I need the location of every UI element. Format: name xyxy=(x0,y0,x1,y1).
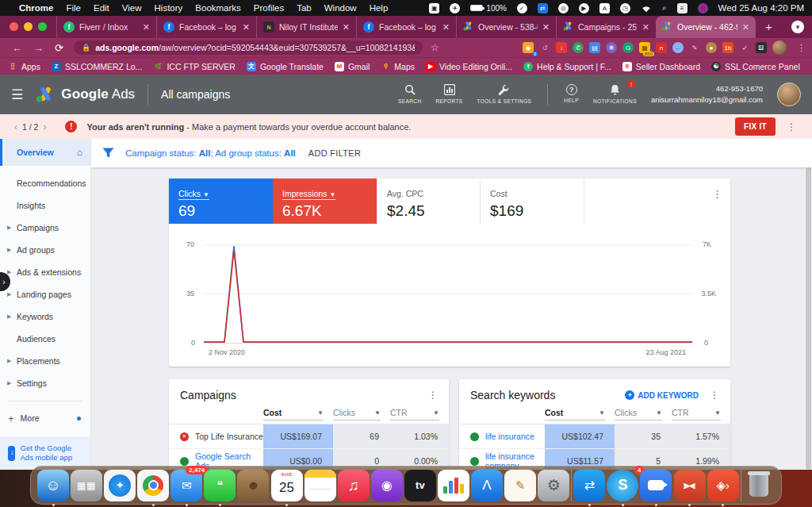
shield-icon[interactable]: ✈ xyxy=(450,3,460,13)
tab-facebook-2[interactable]: f Facebook – log in o ✕ xyxy=(356,16,456,38)
sidebar-more-button[interactable]: + More xyxy=(0,408,90,428)
chrome-menu-icon[interactable]: ⋮ xyxy=(797,43,806,53)
reload-icon[interactable]: ⟳ xyxy=(55,42,63,54)
bookmark-video-editing[interactable]: ▶Video Editing Onli... xyxy=(426,62,512,71)
play-icon[interactable]: ▶ xyxy=(579,3,589,13)
metric-impressions[interactable]: Impressions ▼ 6.67K xyxy=(273,179,377,224)
dock-zoom-icon[interactable] xyxy=(640,470,672,501)
column-cost[interactable]: Cost▼ xyxy=(545,408,605,421)
extension-icon[interactable]: ◆3 xyxy=(523,42,534,53)
dock-mail-icon[interactable]: ✉2,474 xyxy=(170,470,202,501)
column-ctr[interactable]: CTR▼ xyxy=(390,408,439,421)
bookmark-gmail[interactable]: MGmail xyxy=(335,62,370,71)
grammarly-icon[interactable]: G xyxy=(622,42,634,53)
wifi-icon[interactable] xyxy=(641,4,652,13)
sidebar-item-recommendations[interactable]: Recommendations xyxy=(0,172,90,194)
menu-help[interactable]: Help xyxy=(370,3,389,13)
dock-textedit-icon[interactable]: ✎ xyxy=(504,470,536,501)
tab-fiverr[interactable]: f Fiverr / Inbox ✕ xyxy=(56,16,156,38)
adobe-cc-icon[interactable]: ◎ xyxy=(558,3,569,13)
screen-record-icon[interactable]: ▣ xyxy=(429,3,439,13)
dock-contacts-icon[interactable]: ☻ xyxy=(237,470,269,501)
dock-finder-icon[interactable]: ☺ xyxy=(37,470,69,501)
teamviewer-icon[interactable]: ⇄ xyxy=(538,3,548,13)
back-icon[interactable]: ← xyxy=(12,42,22,54)
menu-view[interactable]: View xyxy=(122,3,142,13)
help-nav-button[interactable]: ? HELP xyxy=(564,84,579,104)
new-tab-button[interactable]: + xyxy=(756,20,782,38)
add-keyword-button[interactable]: +ADD KEYWORD xyxy=(625,390,699,400)
bookmark-sslcommerz[interactable]: ZSSLCOMMERZ Lo... xyxy=(52,62,142,71)
dock-skype-icon[interactable]: S4 xyxy=(607,470,638,501)
menu-tab[interactable]: Tab xyxy=(297,3,312,13)
campaigns-card-menu-icon[interactable]: ⋮ xyxy=(428,390,438,401)
sidebar-item-ad-groups[interactable]: ▶Ad groups xyxy=(0,239,90,261)
close-tab-icon[interactable]: ✕ xyxy=(442,22,450,33)
display-icon[interactable]: ≡ xyxy=(677,3,688,13)
close-window-button[interactable] xyxy=(10,22,18,31)
hamburger-menu-icon[interactable]: ☰ xyxy=(11,86,23,103)
tab-niloy-it[interactable]: N Niloy IT Institute | Y ✕ xyxy=(256,16,356,38)
arrow-extension-icon[interactable]: ← xyxy=(672,42,684,53)
fix-it-button[interactable]: FIX IT xyxy=(735,117,776,136)
search-nav-button[interactable]: SEARCH xyxy=(398,83,422,105)
notifications-nav-button[interactable]: ! NOTIFICATIONS xyxy=(593,83,637,105)
sidebar-item-settings[interactable]: ▶Settings xyxy=(0,372,90,394)
minimize-window-button[interactable] xyxy=(24,22,33,31)
siri-icon[interactable] xyxy=(698,3,708,13)
bookmark-google-translate[interactable]: 文Google Translate xyxy=(247,62,324,71)
dock-numbers-icon[interactable] xyxy=(438,470,469,501)
dock-messages-icon[interactable]: ❝ xyxy=(204,470,236,501)
bookmark-apps[interactable]: ⣿Apps xyxy=(8,62,40,71)
google-ads-logo[interactable]: Google Ads xyxy=(36,86,135,103)
forward-icon[interactable]: → xyxy=(33,42,44,54)
close-tab-icon[interactable]: ✕ xyxy=(343,22,350,33)
bookmark-maps[interactable]: ⚲Maps xyxy=(381,62,415,71)
1b-extension-icon[interactable]: 1b xyxy=(722,42,733,53)
dock-teamviewer-icon[interactable]: ⇄ xyxy=(573,470,605,501)
menu-clock[interactable]: Wed 25 Aug 4:20 PM xyxy=(718,3,804,13)
dock-system-preferences-icon[interactable]: ⚙ xyxy=(538,470,569,501)
history-extension-icon[interactable]: ↺ xyxy=(539,42,550,53)
chrome-profile-avatar[interactable] xyxy=(772,40,787,55)
dock-notes-icon[interactable]: ——— xyxy=(304,470,336,501)
sidebar-item-landing-pages[interactable]: ▶Landing pages xyxy=(0,283,90,305)
mobile-app-promo[interactable]: Get the Google Ads mobile app xyxy=(0,436,90,470)
close-tab-icon[interactable]: ✕ xyxy=(542,22,550,33)
tab-campaigns-257[interactable]: Campaigns - 257-9 ✕ xyxy=(556,16,656,38)
sidebar-item-insights[interactable]: Insights xyxy=(0,194,90,217)
close-tab-icon[interactable]: ✕ xyxy=(243,22,250,33)
menu-window[interactable]: Window xyxy=(324,3,357,13)
dock-ms-remote-desktop-icon[interactable]: ⪢⪡ xyxy=(674,470,706,501)
active-filters[interactable]: Campaign status: All; Ad group status: A… xyxy=(125,148,296,158)
dock-rd-client-icon[interactable]: ◈› xyxy=(707,470,739,501)
dock-tv-icon[interactable]: tv xyxy=(404,470,436,501)
menu-file[interactable]: File xyxy=(66,3,81,13)
flower-extension-icon[interactable]: ✻ xyxy=(606,42,617,53)
menu-profiles[interactable]: Profiles xyxy=(254,3,284,13)
alert-next-icon[interactable]: › xyxy=(38,121,51,133)
battery-icon[interactable]: 100% xyxy=(470,4,507,13)
puzzle-extensions-icon[interactable]: ⚄ xyxy=(756,42,767,53)
cookie-extension-icon[interactable]: ● xyxy=(706,42,717,53)
alert-menu-icon[interactable]: ⋮ xyxy=(787,121,796,133)
dock-app-store-icon[interactable]: Λ xyxy=(471,470,503,501)
keyword-row[interactable]: life insurance US$102.47 35 1.57% xyxy=(459,424,730,449)
account-info[interactable]: 462-953-1670 anisurrahmanniloy18@gmail.c… xyxy=(651,83,763,106)
dock-podcasts-icon[interactable]: ◉ xyxy=(371,470,403,501)
menu-chrome[interactable]: Chrome xyxy=(19,3,53,13)
search-icon[interactable]: ⌕ xyxy=(662,3,667,13)
keywords-card-menu-icon[interactable]: ⋮ xyxy=(710,390,719,401)
n-extension-icon[interactable]: n xyxy=(656,42,667,53)
filter-funnel-icon[interactable] xyxy=(102,148,114,159)
sidebar-item-ads-extensions[interactable]: ▶Ads & extensions xyxy=(0,261,90,283)
time-icon[interactable]: ◷ xyxy=(620,3,630,13)
blue-extension-icon[interactable]: ▤ xyxy=(589,42,600,53)
page-scrollbar[interactable] xyxy=(805,167,812,470)
alert-prev-icon[interactable]: ‹ xyxy=(10,121,22,133)
metric-clicks[interactable]: Clicks ▼ 69 xyxy=(169,179,273,224)
overview-card-menu-icon[interactable]: ⋮ xyxy=(712,188,722,200)
menu-edit[interactable]: Edit xyxy=(94,3,109,13)
bookmark-help-support[interactable]: fHelp & Support | F... xyxy=(523,62,611,71)
tab-overview-538[interactable]: Overview - 538-65 ✕ xyxy=(456,16,556,38)
